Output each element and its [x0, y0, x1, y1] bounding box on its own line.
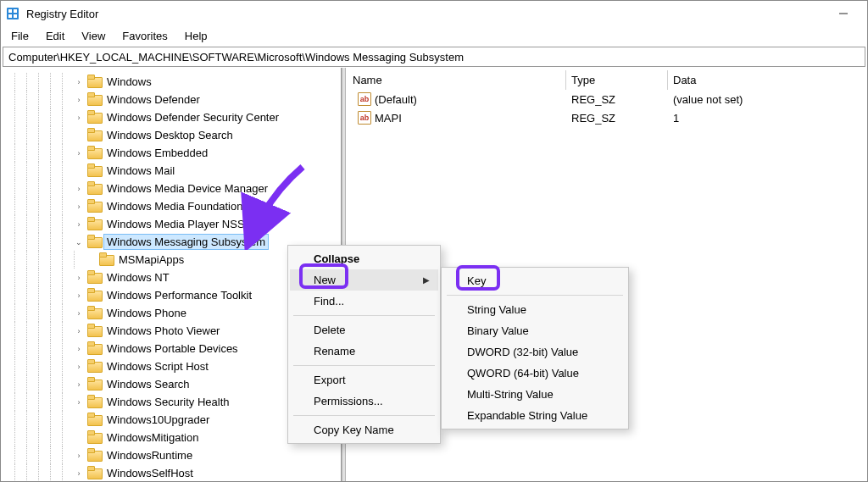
svg-rect-4	[14, 14, 17, 18]
expand-toggle-icon[interactable]: ›	[74, 77, 84, 87]
folder-icon	[87, 219, 101, 230]
expand-toggle-icon[interactable]: ›	[74, 219, 84, 230]
tree-item-label: Windows Performance Toolkit	[104, 288, 254, 302]
ctx-permissions[interactable]: Permissions...	[290, 391, 438, 412]
submenu-dword[interactable]: DWORD (32-bit) Value	[443, 341, 626, 363]
folder-icon	[87, 272, 101, 283]
chevron-right-icon: ▶	[423, 275, 430, 285]
ctx-collapse[interactable]: Collapse	[290, 248, 438, 269]
tree-item[interactable]: ›Windows Defender Security Center	[9, 108, 341, 126]
value-type: REG_SZ	[566, 90, 668, 109]
value-name: (Default)	[375, 93, 417, 106]
expand-toggle-icon[interactable]: ›	[74, 148, 84, 158]
tree-item-label: Windows Script Host	[104, 359, 211, 374]
folder-icon	[87, 165, 101, 176]
tree-item[interactable]: ›Windows Media Foundation	[9, 197, 341, 215]
ctx-sep-2	[293, 365, 435, 366]
submenu-key[interactable]: Key	[443, 270, 626, 291]
reg-string-icon: ab	[358, 92, 371, 106]
expand-toggle-icon	[74, 433, 84, 443]
tree-item[interactable]: ›Windows Embedded	[9, 144, 341, 162]
expand-toggle-icon[interactable]: ›	[74, 451, 84, 461]
menu-help[interactable]: Help	[178, 28, 214, 44]
submenu-binary-value[interactable]: Binary Value	[443, 320, 626, 341]
tree-item-label: Windows Media Foundation	[104, 199, 245, 213]
tree-item[interactable]: ›Windows Media Device Manager	[9, 180, 341, 197]
folder-icon	[87, 76, 101, 87]
tree-item[interactable]: ›Windows Media Player NSS	[9, 215, 341, 233]
svg-rect-3	[8, 14, 12, 18]
expand-toggle-icon[interactable]: ›	[74, 344, 84, 354]
ctx-copy-key-name[interactable]: Copy Key Name	[290, 419, 438, 440]
tree-item[interactable]: Windows Desktop Search	[9, 126, 341, 144]
tree-item-label: Windows Search	[104, 377, 192, 391]
ctx-new[interactable]: New ▶	[290, 269, 438, 291]
tree-item-label: Windows Defender Security Center	[104, 110, 281, 125]
menu-view[interactable]: View	[75, 28, 112, 44]
window-title: Registry Editor	[26, 8, 98, 20]
expand-toggle-icon[interactable]: ›	[74, 326, 84, 336]
ctx-rename[interactable]: Rename	[290, 341, 438, 362]
expand-toggle-icon[interactable]: ›	[74, 380, 84, 390]
expand-toggle-icon[interactable]: ›	[74, 362, 84, 372]
expand-toggle-icon[interactable]: ›	[74, 113, 84, 123]
ctx-delete[interactable]: Delete	[290, 319, 438, 341]
tree-item-label: MSMapiApps	[116, 252, 186, 267]
folder-icon	[87, 201, 101, 212]
col-header-data[interactable]: Data	[668, 70, 867, 90]
tree-item-label: Windows Media Device Manager	[104, 181, 270, 196]
tree-item[interactable]: ›WindowsRuntime	[9, 446, 341, 464]
title-bar: Registry Editor	[1, 1, 867, 26]
address-bar[interactable]: Computer\HKEY_LOCAL_MACHINE\SOFTWARE\Mic…	[3, 47, 865, 67]
ctx-find[interactable]: Find...	[290, 291, 438, 312]
folder-icon	[99, 254, 113, 265]
submenu-string-value[interactable]: String Value	[443, 299, 626, 320]
folder-icon	[87, 290, 101, 301]
expand-toggle-icon[interactable]: ›	[74, 397, 84, 407]
expand-toggle-icon[interactable]: ›	[74, 468, 84, 479]
tree-item-label: Windows Portable Devices	[104, 341, 241, 356]
folder-icon	[87, 414, 101, 425]
menu-favorites[interactable]: Favorites	[115, 28, 174, 44]
folder-icon	[87, 379, 101, 390]
value-data: 1	[668, 108, 867, 128]
tree-item-label: Windows Messaging Subsystem	[104, 235, 268, 249]
expand-toggle-icon[interactable]: ›	[74, 291, 84, 301]
svg-rect-1	[8, 9, 12, 13]
tree-item[interactable]: ›WindowsSelfHost	[9, 464, 341, 482]
tree-item-label: WindowsSelfHost	[104, 466, 196, 480]
submenu-multi-string[interactable]: Multi-String Value	[443, 384, 626, 405]
tree-item[interactable]: Windows Mail	[9, 162, 341, 180]
address-path: Computer\HKEY_LOCAL_MACHINE\SOFTWARE\Mic…	[8, 51, 464, 64]
value-type: REG_SZ	[566, 108, 668, 128]
menu-edit[interactable]: Edit	[39, 28, 71, 44]
value-row[interactable]: ab(Default)REG_SZ(value not set)	[346, 90, 867, 108]
col-header-type[interactable]: Type	[566, 70, 668, 90]
submenu-expandable-string[interactable]: Expandable String Value	[443, 405, 626, 426]
ctx-export[interactable]: Export	[290, 369, 438, 391]
collapse-toggle-icon[interactable]: ⌄	[74, 237, 84, 247]
tree-item-label: WindowsMitigation	[104, 430, 201, 445]
expand-toggle-icon[interactable]: ›	[74, 202, 84, 212]
submenu-sep	[447, 295, 623, 296]
svg-rect-2	[14, 9, 17, 13]
ctx-sep-1	[293, 315, 435, 316]
folder-icon	[87, 307, 101, 319]
expand-toggle-icon[interactable]: ›	[74, 308, 84, 319]
folder-icon	[87, 147, 101, 158]
folder-icon	[87, 112, 101, 123]
expand-toggle-icon[interactable]: ›	[74, 184, 84, 194]
expand-toggle-icon[interactable]: ›	[74, 273, 84, 283]
folder-icon	[87, 325, 101, 336]
minimize-button[interactable]	[825, 2, 862, 25]
tree-item-label: Windows Desktop Search	[104, 128, 236, 142]
tree-item[interactable]: ›Windows	[9, 73, 341, 91]
menu-file[interactable]: File	[4, 28, 36, 44]
col-header-name[interactable]: Name	[346, 70, 566, 90]
expand-toggle-icon[interactable]: ›	[74, 95, 84, 105]
submenu-qword[interactable]: QWORD (64-bit) Value	[443, 363, 626, 384]
values-list[interactable]: ab(Default)REG_SZ(value not set)abMAPIRE…	[346, 90, 867, 127]
value-row[interactable]: abMAPIREG_SZ1	[346, 108, 867, 127]
tree-item[interactable]: ›Windows Defender	[9, 91, 341, 108]
expand-toggle-icon	[74, 415, 84, 425]
